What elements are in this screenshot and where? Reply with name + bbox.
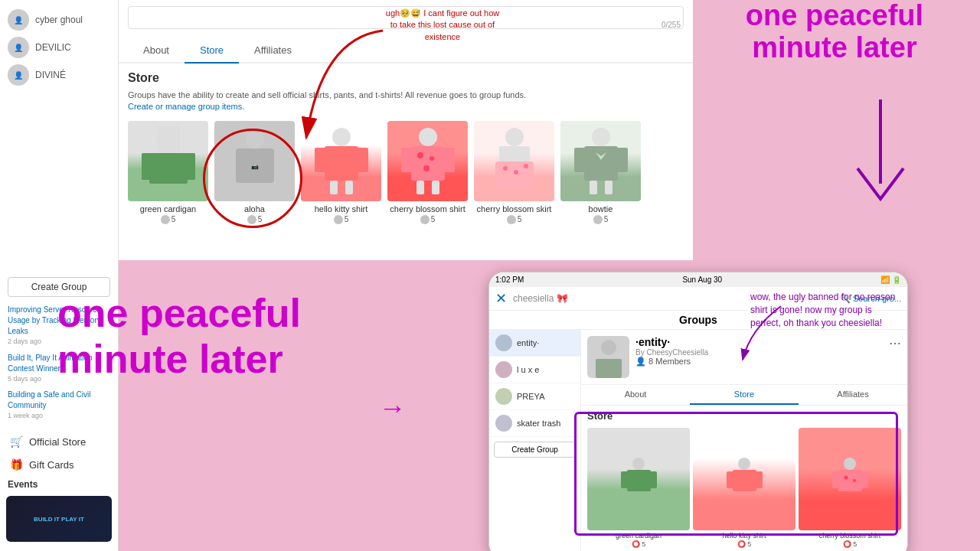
sidebar-item-skater-trash[interactable]: skater trash — [489, 410, 580, 437]
item-thumbnail[interactable] — [128, 121, 208, 201]
mobile-item-thumbnail[interactable] — [693, 428, 795, 530]
overlay-line2: minute later — [693, 32, 976, 64]
svg-rect-31 — [614, 148, 628, 172]
svg-point-19 — [423, 165, 430, 171]
entity-image — [587, 336, 629, 378]
avatar: 👤 — [8, 64, 29, 86]
svg-point-7 — [332, 128, 351, 146]
events-label: Events — [0, 476, 118, 493]
svg-point-4 — [246, 130, 264, 148]
svg-rect-16 — [441, 148, 455, 172]
svg-point-28 — [592, 128, 610, 146]
svg-point-51 — [844, 476, 848, 480]
char-count: 0/255 — [662, 21, 681, 29]
item-card: 📷 aloha 5 — [214, 121, 295, 224]
svg-rect-20 — [416, 181, 424, 194]
mobile-create-group-button[interactable]: Create Group — [494, 442, 576, 458]
svg-rect-8 — [325, 146, 358, 181]
svg-rect-45 — [727, 471, 736, 488]
manage-items-link[interactable]: Create or manage group items. — [128, 102, 244, 111]
tab-store[interactable]: Store — [185, 38, 239, 64]
avatar — [495, 334, 512, 351]
event-banner[interactable]: BUILD IT PLAY IT — [6, 496, 112, 542]
svg-point-25 — [503, 166, 508, 171]
svg-rect-3 — [180, 153, 195, 180]
svg-point-39 — [632, 458, 645, 470]
item-card: hello kitty shirt 5 — [301, 121, 381, 224]
overlay-line4: minute later — [57, 337, 301, 383]
item-thumbnail[interactable]: 📷 — [214, 121, 295, 201]
svg-point-52 — [853, 479, 856, 482]
blog-title[interactable]: Building a Safe and Civil Community — [8, 390, 110, 411]
svg-rect-40 — [627, 470, 651, 491]
mobile-item-thumbnail[interactable] — [799, 428, 901, 530]
svg-rect-42 — [648, 471, 657, 488]
svg-point-38 — [601, 340, 616, 355]
comment-text: ugh🥺😅 I cant figure out how to take this… — [386, 8, 499, 41]
svg-rect-21 — [432, 181, 439, 194]
user-row: 👤 DEVILIC — [0, 34, 118, 61]
svg-rect-41 — [621, 471, 630, 488]
mobile-status-bar: 1:02 PM Sun Aug 30 📶 🔋 — [489, 272, 907, 287]
back-icon[interactable]: ✕ — [495, 290, 507, 307]
blog-entry: Building a Safe and Civil Community 1 we… — [8, 390, 110, 421]
tab-about[interactable]: About — [128, 38, 185, 64]
robux-icon — [247, 215, 256, 224]
svg-point-22 — [505, 128, 524, 146]
sidebar-item-gift-cards[interactable]: 🎁 Gift Cards — [0, 453, 118, 476]
right-arrow-icon: → — [379, 394, 407, 422]
robux-icon — [420, 215, 430, 224]
svg-rect-48 — [838, 470, 862, 491]
sidebar-item-official-store[interactable]: 🛒 Official Store — [0, 430, 118, 453]
avatar: 👤 — [8, 9, 29, 31]
svg-rect-50 — [859, 471, 868, 488]
mobile-item-price: ⭕ 5 — [693, 540, 795, 548]
sidebar-item-entity[interactable]: entity· — [489, 330, 580, 357]
svg-rect-29 — [584, 146, 618, 181]
mobile-item-thumbnail[interactable] — [587, 428, 690, 530]
item-price: 5 — [387, 215, 468, 224]
svg-rect-10 — [354, 148, 368, 172]
avatar: 👤 — [8, 37, 29, 58]
svg-rect-14 — [411, 146, 445, 181]
svg-rect-12 — [345, 181, 353, 194]
mobile-comment-overlay: wow, the ugly banned for no reason shirt… — [750, 291, 903, 329]
tab-affiliates[interactable]: Affiliates — [239, 38, 307, 64]
mobile-tab-affiliates[interactable]: Affiliates — [799, 385, 907, 405]
item-card: green cardigan 5 — [128, 121, 208, 224]
mobile-item-price: ⭕ 5 — [587, 540, 690, 548]
sidebar-item-luxe[interactable]: l u x e — [489, 357, 580, 383]
blog-meta: 1 week ago — [8, 411, 110, 421]
mobile-tab-store[interactable]: Store — [690, 385, 799, 405]
item-thumbnail[interactable] — [474, 121, 554, 201]
svg-point-47 — [844, 458, 856, 470]
item-thumbnail[interactable] — [387, 121, 468, 201]
items-grid: green cardigan 5 📷 aloha — [128, 121, 684, 224]
entity-by: By CheesyCheesiella — [635, 348, 901, 357]
mobile-tab-about[interactable]: About — [581, 385, 690, 405]
more-options-icon[interactable]: ⋯ — [889, 336, 901, 350]
mobile-items-grid: green cardigan ⭕ 5 hello kitty shirt — [581, 425, 907, 551]
store-section: Store Groups have the ability to create … — [119, 64, 693, 232]
mobile-item-name: hello kitty shirt — [693, 532, 795, 540]
svg-rect-23 — [499, 146, 530, 161]
entity-members: 👤 8 Members — [635, 357, 901, 367]
item-thumbnail[interactable] — [560, 121, 641, 201]
mobile-item: hello kitty shirt ⭕ 5 — [693, 428, 795, 548]
item-price: 5 — [128, 215, 208, 224]
store-icon: 🛒 — [9, 435, 23, 448]
item-name: hello kitty shirt — [301, 204, 381, 214]
overlay-line1: one peaceful — [693, 0, 976, 32]
mobile-main: ·entity· By CheesyCheesiella 👤 8 Members… — [581, 330, 907, 551]
entity-header: ·entity· By CheesyCheesiella 👤 8 Members… — [581, 330, 907, 385]
mobile-time: 1:02 PM — [495, 276, 524, 284]
mobile-item-name: green cardigan — [587, 532, 690, 540]
item-card: bowtie 5 — [560, 121, 641, 224]
item-thumbnail[interactable] — [301, 121, 381, 201]
svg-point-27 — [524, 164, 528, 168]
item-price: 5 — [560, 215, 641, 224]
user-list: 👤 cyber ghoul 👤 DEVILIC 👤 DIVINÉ — [0, 6, 118, 272]
sidebar-item-preya[interactable]: PREYA — [489, 383, 580, 410]
mobile-store-title: Store — [581, 406, 907, 425]
svg-text:📷: 📷 — [251, 162, 259, 170]
